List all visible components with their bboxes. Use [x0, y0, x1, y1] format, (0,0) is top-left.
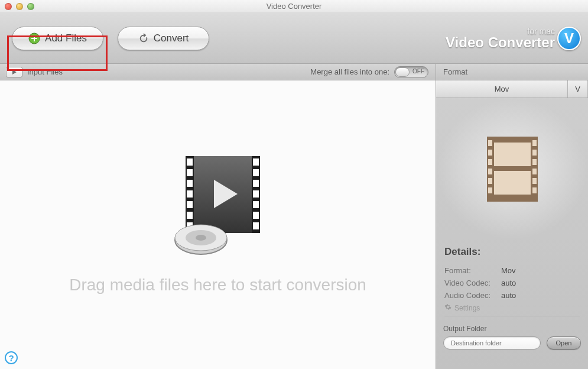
toggle-knob [395, 67, 410, 77]
format-tabs: Mov V [436, 80, 588, 98]
svg-rect-21 [253, 222, 259, 229]
convert-label: Convert [154, 33, 189, 44]
refresh-icon [138, 33, 149, 44]
brand-logo-icon: V [557, 27, 581, 50]
toggle-state: OFF [412, 68, 424, 75]
subheader: Input Files Merge all files into one: OF… [0, 64, 588, 80]
help-button[interactable]: ? [5, 351, 18, 364]
detail-format-key: Format: [444, 266, 498, 275]
detail-format-value: Mov [501, 266, 516, 275]
detail-video-codec-row: Video Codec: auto [444, 279, 580, 287]
svg-rect-29 [494, 171, 531, 195]
filmstrip-icon [487, 137, 538, 202]
input-files-icon[interactable] [6, 67, 22, 77]
svg-rect-34 [488, 178, 492, 184]
add-files-label: Add Files [45, 33, 87, 44]
format-sidebar: Mov V Details: [436, 80, 588, 369]
svg-rect-20 [253, 212, 259, 219]
svg-rect-13 [187, 212, 193, 219]
detail-audio-codec-key: Audio Codec: [444, 291, 498, 300]
format-preview [436, 98, 588, 240]
svg-rect-2 [31, 38, 37, 39]
svg-rect-10 [187, 180, 193, 187]
input-files-label: Input Files [27, 67, 63, 76]
svg-rect-40 [532, 178, 537, 184]
svg-rect-31 [488, 150, 492, 156]
merge-toggle[interactable]: OFF [394, 66, 428, 78]
format-tab-secondary[interactable]: V [568, 80, 588, 98]
body: Drag media files here to start conversio… [0, 80, 588, 369]
svg-rect-35 [488, 187, 492, 193]
svg-rect-9 [187, 169, 193, 176]
svg-rect-15 [253, 158, 259, 166]
details-panel: Details: Format: Mov Video Codec: auto A… [436, 240, 588, 320]
svg-rect-39 [532, 169, 537, 174]
titlebar: Video Converter [0, 0, 588, 13]
convert-button[interactable]: Convert [118, 27, 209, 50]
format-tab-main[interactable]: Mov [436, 80, 568, 98]
svg-rect-12 [187, 201, 193, 208]
toolbar: Add Files Convert for mac Video Converte… [0, 13, 588, 64]
subheader-left: Input Files Merge all files into one: OF… [0, 66, 436, 78]
format-header: Format [436, 64, 588, 80]
window-title: Video Converter [0, 2, 588, 11]
brand-title: Video Converter [446, 35, 555, 50]
svg-rect-28 [494, 143, 531, 166]
svg-rect-11 [187, 190, 193, 198]
detail-format-row: Format: Mov [444, 266, 580, 275]
svg-rect-36 [532, 140, 537, 146]
detail-audio-codec-value: auto [501, 291, 516, 300]
output-folder-label: Output Folder [443, 325, 581, 333]
svg-rect-30 [488, 140, 492, 146]
svg-rect-8 [187, 158, 193, 166]
settings-label: Settings [454, 304, 480, 312]
svg-rect-19 [253, 201, 259, 208]
merge-control: Merge all files into one: OFF [310, 66, 436, 78]
gear-icon [444, 303, 451, 312]
svg-rect-32 [488, 159, 492, 165]
svg-rect-38 [532, 159, 537, 165]
add-files-button[interactable]: Add Files [12, 27, 103, 50]
dropzone[interactable]: Drag media files here to start conversio… [0, 80, 436, 369]
plus-icon [28, 33, 40, 44]
merge-label: Merge all files into one: [310, 67, 389, 76]
detail-video-codec-key: Video Codec: [444, 279, 498, 287]
detail-video-codec-value: auto [501, 279, 516, 287]
svg-point-26 [196, 235, 206, 241]
svg-rect-37 [532, 150, 537, 156]
detail-audio-codec-row: Audio Codec: auto [444, 291, 580, 300]
dropzone-hint: Drag media files here to start conversio… [0, 276, 436, 294]
settings-button[interactable]: Settings [444, 303, 580, 316]
app-window: Video Converter Add Files Convert for ma… [0, 0, 588, 369]
svg-rect-16 [253, 169, 259, 176]
open-folder-button[interactable]: Open [547, 336, 581, 349]
brand: for mac Video Converter V [446, 27, 581, 50]
format-header-label: Format [443, 67, 467, 76]
brand-text: for mac Video Converter [446, 27, 555, 50]
svg-rect-41 [532, 187, 537, 193]
destination-folder-input[interactable] [443, 336, 541, 349]
svg-rect-17 [253, 180, 259, 187]
svg-rect-18 [253, 190, 259, 198]
details-heading: Details: [444, 246, 580, 258]
svg-marker-3 [12, 70, 17, 75]
output-section: Output Folder Open [436, 320, 588, 357]
svg-rect-33 [488, 169, 492, 174]
media-placeholder-icon [162, 151, 274, 260]
